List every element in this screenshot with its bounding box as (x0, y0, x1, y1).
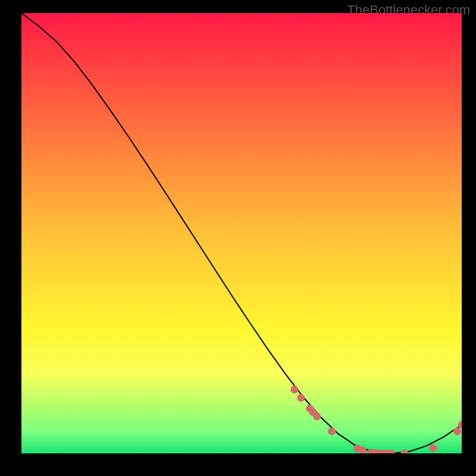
chart-container: TheBottlenecker.com (0, 0, 476, 476)
marker-dot (297, 394, 305, 402)
marker-dot (328, 428, 336, 436)
marker-dot (453, 428, 461, 436)
marker-dot (429, 444, 437, 452)
marker-dot (290, 386, 298, 393)
marker-dot (313, 412, 321, 420)
chart-svg (21, 13, 462, 453)
plot-area (21, 13, 462, 453)
